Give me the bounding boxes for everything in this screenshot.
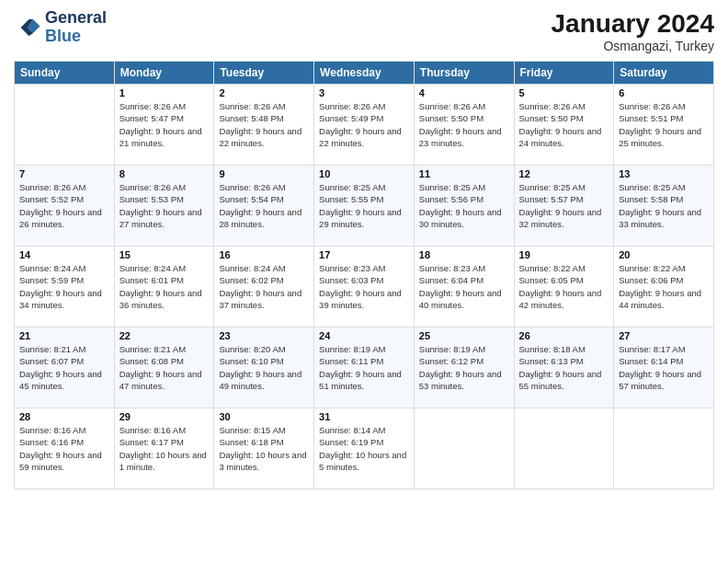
daylight-text: Daylight: 9 hours and 44 minutes. [619,287,709,312]
daylight-text: Daylight: 9 hours and 40 minutes. [419,287,509,312]
sunrise-text: Sunrise: 8:26 AM [519,100,609,112]
table-row [514,408,614,489]
sunset-text: Sunset: 5:52 PM [19,193,109,205]
cell-info: Sunrise: 8:21 AM Sunset: 6:07 PM Dayligh… [19,343,109,392]
daylight-text: Daylight: 9 hours and 53 minutes. [419,368,509,393]
table-row: 3 Sunrise: 8:26 AM Sunset: 5:49 PM Dayli… [314,85,415,166]
location: Osmangazi, Turkey [552,39,714,53]
day-number: 17 [319,249,409,260]
sunset-text: Sunset: 6:18 PM [219,436,309,448]
table-row: 24 Sunrise: 8:19 AM Sunset: 6:11 PM Dayl… [314,327,415,408]
day-number: 18 [419,249,509,260]
sunset-text: Sunset: 6:03 PM [319,274,409,286]
daylight-text: Daylight: 9 hours and 49 minutes. [219,368,309,393]
day-number: 8 [119,168,210,179]
day-number: 27 [619,330,709,341]
sunrise-text: Sunrise: 8:16 AM [19,424,109,436]
table-row: 2 Sunrise: 8:26 AM Sunset: 5:48 PM Dayli… [214,85,314,166]
table-row: 23 Sunrise: 8:20 AM Sunset: 6:10 PM Dayl… [214,327,314,408]
sunset-text: Sunset: 6:10 PM [219,355,309,367]
sunset-text: Sunset: 6:13 PM [519,355,609,367]
col-sunday: Sunday [15,62,115,85]
daylight-text: Daylight: 9 hours and 34 minutes. [19,287,109,312]
daylight-text: Daylight: 9 hours and 24 minutes. [519,125,609,150]
daylight-text: Daylight: 10 hours and 1 minute. [119,449,210,474]
cell-info: Sunrise: 8:26 AM Sunset: 5:48 PM Dayligh… [219,100,309,149]
cell-info: Sunrise: 8:26 AM Sunset: 5:50 PM Dayligh… [419,100,509,149]
table-row: 29 Sunrise: 8:16 AM Sunset: 6:17 PM Dayl… [114,408,214,489]
day-number: 30 [219,411,309,422]
day-number: 29 [119,411,210,422]
daylight-text: Daylight: 9 hours and 59 minutes. [19,449,109,474]
day-number: 6 [619,87,709,98]
table-row: 13 Sunrise: 8:25 AM Sunset: 5:58 PM Dayl… [614,166,714,247]
daylight-text: Daylight: 9 hours and 51 minutes. [319,368,409,393]
sunrise-text: Sunrise: 8:22 AM [519,262,609,274]
cell-info: Sunrise: 8:26 AM Sunset: 5:50 PM Dayligh… [519,100,609,149]
week-row-1: 7 Sunrise: 8:26 AM Sunset: 5:52 PM Dayli… [15,166,714,247]
cell-info: Sunrise: 8:25 AM Sunset: 5:58 PM Dayligh… [619,181,709,230]
daylight-text: Daylight: 10 hours and 5 minutes. [319,449,409,474]
sunset-text: Sunset: 5:56 PM [419,193,509,205]
table-row: 8 Sunrise: 8:26 AM Sunset: 5:53 PM Dayli… [114,166,214,247]
table-row: 1 Sunrise: 8:26 AM Sunset: 5:47 PM Dayli… [114,85,214,166]
table-row: 20 Sunrise: 8:22 AM Sunset: 6:06 PM Dayl… [614,247,714,327]
table-row: 7 Sunrise: 8:26 AM Sunset: 5:52 PM Dayli… [15,166,115,247]
sunrise-text: Sunrise: 8:16 AM [119,424,210,436]
col-friday: Friday [514,62,614,85]
sunrise-text: Sunrise: 8:21 AM [19,343,109,355]
logo-line1: General [45,9,107,28]
cell-info: Sunrise: 8:26 AM Sunset: 5:47 PM Dayligh… [119,100,210,149]
cell-info: Sunrise: 8:25 AM Sunset: 5:56 PM Dayligh… [419,181,509,230]
daylight-text: Daylight: 9 hours and 57 minutes. [619,368,709,393]
sunrise-text: Sunrise: 8:26 AM [119,181,210,193]
day-number: 31 [319,411,409,422]
day-number: 23 [219,330,309,341]
sunset-text: Sunset: 6:05 PM [519,274,609,286]
logo-text: General Blue [45,9,107,46]
week-row-2: 14 Sunrise: 8:24 AM Sunset: 5:59 PM Dayl… [15,247,714,327]
sunset-text: Sunset: 6:07 PM [19,355,109,367]
table-row: 22 Sunrise: 8:21 AM Sunset: 6:08 PM Dayl… [114,327,214,408]
cell-info: Sunrise: 8:26 AM Sunset: 5:51 PM Dayligh… [619,100,709,149]
sunrise-text: Sunrise: 8:26 AM [119,100,210,112]
cell-info: Sunrise: 8:21 AM Sunset: 6:08 PM Dayligh… [119,343,210,392]
sunrise-text: Sunrise: 8:18 AM [519,343,609,355]
day-number: 26 [519,330,609,341]
cell-info: Sunrise: 8:24 AM Sunset: 6:02 PM Dayligh… [219,262,309,311]
logo: General Blue [14,9,107,46]
sunset-text: Sunset: 5:50 PM [519,112,609,124]
page: General Blue January 2024 Osmangazi, Tur… [0,0,728,563]
sunset-text: Sunset: 5:49 PM [319,112,409,124]
calendar: Sunday Monday Tuesday Wednesday Thursday… [14,61,714,489]
table-row: 16 Sunrise: 8:24 AM Sunset: 6:02 PM Dayl… [214,247,314,327]
daylight-text: Daylight: 9 hours and 55 minutes. [519,368,609,393]
table-row: 31 Sunrise: 8:14 AM Sunset: 6:19 PM Dayl… [314,408,415,489]
day-number: 25 [419,330,509,341]
cell-info: Sunrise: 8:26 AM Sunset: 5:49 PM Dayligh… [319,100,409,149]
sunrise-text: Sunrise: 8:26 AM [319,100,409,112]
sunset-text: Sunset: 5:48 PM [219,112,309,124]
cell-info: Sunrise: 8:24 AM Sunset: 5:59 PM Dayligh… [19,262,109,311]
day-number: 3 [319,87,409,98]
day-number: 14 [19,249,109,260]
sunrise-text: Sunrise: 8:17 AM [619,343,709,355]
sunset-text: Sunset: 5:51 PM [619,112,709,124]
table-row: 5 Sunrise: 8:26 AM Sunset: 5:50 PM Dayli… [514,85,614,166]
day-number: 24 [319,330,409,341]
sunset-text: Sunset: 6:17 PM [119,436,210,448]
cell-info: Sunrise: 8:26 AM Sunset: 5:53 PM Dayligh… [119,181,210,230]
cell-info: Sunrise: 8:25 AM Sunset: 5:57 PM Dayligh… [519,181,609,230]
sunset-text: Sunset: 5:53 PM [119,193,210,205]
cell-info: Sunrise: 8:26 AM Sunset: 5:52 PM Dayligh… [19,181,109,230]
table-row [414,408,514,489]
sunset-text: Sunset: 5:59 PM [19,274,109,286]
table-row: 18 Sunrise: 8:23 AM Sunset: 6:04 PM Dayl… [414,247,514,327]
sunrise-text: Sunrise: 8:25 AM [519,181,609,193]
day-number: 28 [19,411,109,422]
daylight-text: Daylight: 10 hours and 3 minutes. [219,449,309,474]
table-row: 9 Sunrise: 8:26 AM Sunset: 5:54 PM Dayli… [214,166,314,247]
cell-info: Sunrise: 8:15 AM Sunset: 6:18 PM Dayligh… [219,424,309,473]
day-number: 19 [519,249,609,260]
day-number: 13 [619,168,709,179]
